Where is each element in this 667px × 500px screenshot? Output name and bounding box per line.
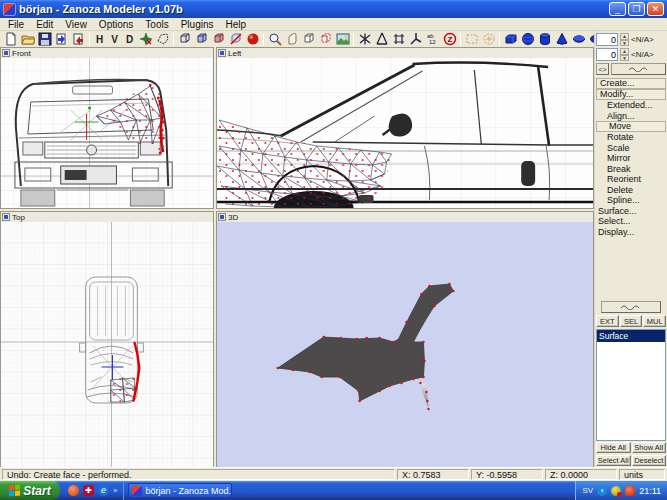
cmd-move[interactable]: Move: [596, 121, 666, 132]
face-mode-icon[interactable]: [390, 32, 407, 47]
toggle-v-button[interactable]: V: [107, 32, 122, 47]
spinner-1-value[interactable]: 0: [596, 33, 618, 46]
cmd-modify[interactable]: Modify...: [596, 89, 666, 100]
mul-mode-button[interactable]: MUL: [643, 315, 666, 327]
cmd-mirror[interactable]: Mirror: [595, 153, 667, 164]
close-button[interactable]: ✕: [647, 2, 664, 16]
quicklaunch-app-icon[interactable]: ✚: [83, 485, 94, 496]
viewport-front-maximize-button[interactable]: [2, 49, 10, 57]
toggle-h-button[interactable]: H: [92, 32, 107, 47]
quicklaunch-more-chevron[interactable]: »: [113, 486, 117, 495]
object-mode-icon[interactable]: [300, 32, 317, 47]
zoom-tool-icon[interactable]: [266, 32, 283, 47]
menu-tools[interactable]: Tools: [139, 19, 174, 30]
render-sphere-icon[interactable]: [244, 32, 261, 47]
z-lock-icon[interactable]: Z: [441, 32, 458, 47]
cmd-display[interactable]: Display...: [595, 227, 667, 238]
tray-antivirus-icon[interactable]: [611, 486, 621, 496]
tray-update-icon[interactable]: [625, 486, 635, 496]
cmd-rotate[interactable]: Rotate: [595, 132, 667, 143]
viewport-3d[interactable]: 3D: [216, 211, 594, 469]
wireframe-view-icon[interactable]: [176, 32, 193, 47]
vertex-mode-icon[interactable]: [356, 32, 373, 47]
vertex-numbers-icon[interactable]: ab12: [424, 32, 441, 47]
show-all-button[interactable]: Show All: [632, 442, 667, 453]
taskbar-item-zmodeler[interactable]: början - Zanoza Mod...: [128, 483, 232, 498]
menu-options[interactable]: Options: [93, 19, 139, 30]
save-file-icon[interactable]: [36, 32, 53, 47]
ext-mode-button[interactable]: EXT: [596, 315, 619, 327]
spinner-1-arrows[interactable]: ▲▼: [620, 33, 629, 46]
tray-clock[interactable]: 21:11: [639, 486, 661, 496]
menu-help[interactable]: Help: [220, 19, 253, 30]
internet-explorer-icon[interactable]: e: [98, 485, 109, 496]
solid-view-icon[interactable]: [193, 32, 210, 47]
menu-plugins[interactable]: Plugins: [175, 19, 220, 30]
primitive-disc-icon[interactable]: [570, 32, 587, 47]
start-button[interactable]: Start: [0, 481, 60, 500]
open-file-icon[interactable]: [19, 32, 36, 47]
collapse-squiggle-button[interactable]: [611, 63, 666, 75]
tray-messenger-icon[interactable]: ‹: [597, 486, 607, 496]
toggle-d-button[interactable]: D: [122, 32, 137, 47]
viewport-3d-maximize-button[interactable]: [218, 213, 226, 221]
textured-view-icon[interactable]: [210, 32, 227, 47]
cmd-spline[interactable]: Spline...: [595, 195, 667, 206]
primitive-cone-icon[interactable]: [553, 32, 570, 47]
language-indicator[interactable]: SV: [582, 486, 593, 495]
cmd-break[interactable]: Break: [595, 164, 667, 175]
cmd-select[interactable]: Select...: [595, 216, 667, 227]
minimize-button[interactable]: _: [609, 2, 626, 16]
menu-edit[interactable]: Edit: [30, 19, 59, 30]
object-select-mode-icon[interactable]: [407, 32, 424, 47]
background-image-icon[interactable]: [334, 32, 351, 47]
cmd-extended[interactable]: Extended...: [595, 100, 667, 111]
spinner-2-arrows[interactable]: ▲▼: [620, 48, 629, 61]
cmd-delete[interactable]: Delete: [595, 185, 667, 196]
deselect-button[interactable]: Deselect: [632, 455, 667, 466]
new-file-icon[interactable]: [2, 32, 19, 47]
viewport-top-maximize-button[interactable]: [2, 213, 10, 221]
list-collapse-button[interactable]: [601, 301, 661, 313]
select-all-button[interactable]: Select All: [596, 455, 631, 466]
hide-all-button[interactable]: Hide All: [596, 442, 631, 453]
hidden-view-icon[interactable]: [227, 32, 244, 47]
edge-mode-icon[interactable]: [373, 32, 390, 47]
viewport-left[interactable]: Left: [216, 47, 594, 209]
app-icon: [3, 3, 16, 16]
viewport-front-canvas[interactable]: [1, 58, 213, 208]
primitive-sphere-icon[interactable]: [519, 32, 536, 47]
lasso-select-icon[interactable]: [154, 32, 171, 47]
taskbar-item-icon: [132, 486, 142, 496]
spinner-2-value[interactable]: 0: [596, 48, 618, 61]
menu-view[interactable]: View: [59, 19, 93, 30]
expander-button[interactable]: <>: [596, 63, 609, 75]
delete-vertices-icon[interactable]: [137, 32, 154, 47]
surface-list-item[interactable]: Surface: [597, 330, 665, 342]
cmd-surface[interactable]: Surface...: [595, 206, 667, 217]
viewport-front[interactable]: Front: [0, 47, 214, 209]
sel-mode-button[interactable]: SEL: [620, 315, 643, 327]
cmd-reorient[interactable]: Reorient: [595, 174, 667, 185]
cmd-create[interactable]: Create...: [596, 78, 666, 89]
menu-file[interactable]: File: [2, 19, 30, 30]
viewport-top-canvas[interactable]: [1, 222, 213, 468]
primitive-box-icon[interactable]: [502, 32, 519, 47]
viewport-top[interactable]: Top: [0, 211, 214, 469]
circle-select-icon[interactable]: [480, 32, 497, 47]
surface-listbox[interactable]: Surface: [596, 329, 666, 441]
viewport-left-canvas[interactable]: [217, 58, 593, 208]
cmd-align[interactable]: Align...: [595, 111, 667, 122]
restore-button[interactable]: ❐: [628, 2, 645, 16]
title-bar[interactable]: början - Zanoza Modeler v1.07b _ ❐ ✕: [0, 0, 667, 18]
cmd-scale[interactable]: Scale: [595, 143, 667, 154]
rect-select-icon[interactable]: [463, 32, 480, 47]
quicklaunch-browser-icon[interactable]: [68, 485, 79, 496]
viewport-3d-canvas[interactable]: [217, 222, 593, 468]
import-icon[interactable]: [53, 32, 70, 47]
export-icon[interactable]: [70, 32, 87, 47]
primitive-cylinder-icon[interactable]: [536, 32, 553, 47]
pan-tool-icon[interactable]: [283, 32, 300, 47]
selected-only-icon[interactable]: [317, 32, 334, 47]
viewport-left-maximize-button[interactable]: [218, 49, 226, 57]
